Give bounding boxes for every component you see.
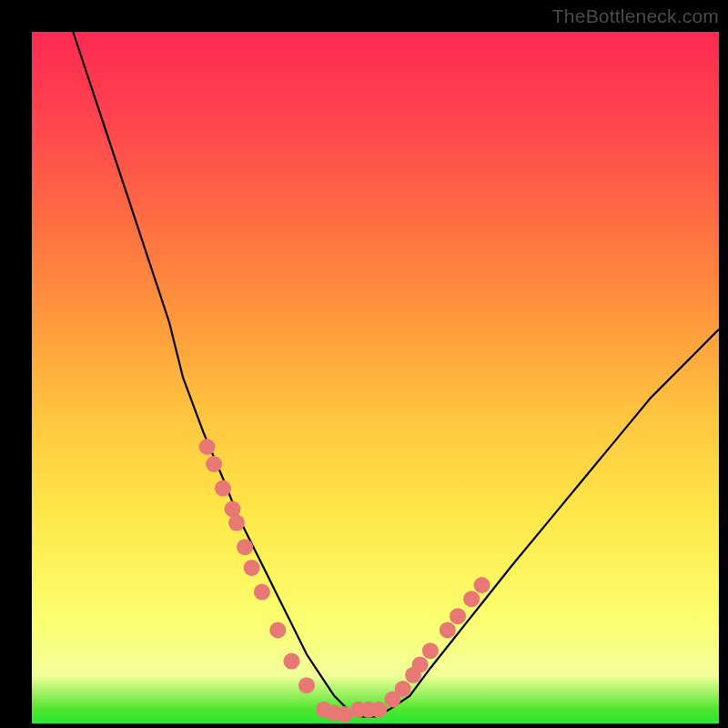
data-point	[298, 677, 315, 693]
data-dots	[199, 439, 490, 723]
watermark-text: TheBottleneck.com	[552, 5, 719, 27]
data-point	[450, 608, 466, 624]
data-point	[440, 622, 456, 638]
data-point	[395, 681, 411, 697]
data-point	[225, 500, 241, 517]
data-point	[463, 591, 480, 607]
data-point	[474, 577, 490, 593]
data-point	[422, 642, 439, 659]
data-point	[254, 584, 270, 601]
data-point	[283, 653, 299, 670]
chart-frame: TheBottleneck.com	[0, 0, 728, 728]
data-point	[228, 515, 245, 531]
data-point	[370, 702, 387, 718]
data-point	[215, 480, 231, 497]
data-point	[199, 439, 216, 455]
data-point	[269, 622, 286, 638]
chart-svg	[32, 32, 719, 723]
data-point	[244, 560, 260, 576]
bottleneck-curve	[73, 32, 719, 716]
data-point	[237, 539, 253, 555]
data-point	[206, 456, 222, 472]
data-point	[412, 656, 429, 672]
